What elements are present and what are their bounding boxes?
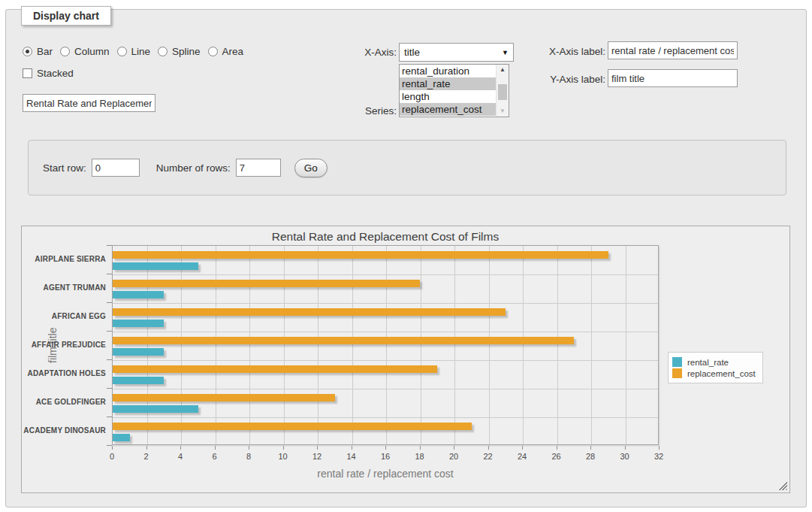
bar-rental_rate <box>113 320 164 327</box>
resize-handle-icon[interactable] <box>778 481 787 490</box>
x-tick-mark <box>454 446 454 450</box>
x-tick-mark <box>317 446 318 450</box>
y-axis-label-field-label: Y-Axis label: <box>526 74 605 85</box>
x-axis-label: X-Axis: <box>329 47 397 58</box>
scroll-down-icon[interactable]: ▼ <box>497 106 509 117</box>
x-tick-mark <box>215 446 216 450</box>
chart-type-radio-column[interactable]: Column <box>60 46 110 57</box>
grid-line <box>113 417 658 418</box>
series-option-rental_rate[interactable]: rental_rate <box>400 77 496 90</box>
scroll-up-icon[interactable]: ▲ <box>497 65 509 75</box>
bar-rental_rate <box>113 434 130 441</box>
bar-replacement_cost <box>113 308 506 316</box>
radio-icon[interactable] <box>158 47 168 56</box>
y-tick-mark <box>107 302 112 303</box>
grid-line <box>113 332 658 332</box>
x-axis-label-field-label: X-Axis label: <box>526 46 605 57</box>
stacked-row: Stacked <box>23 67 74 79</box>
grid-line <box>113 360 658 361</box>
category-label: AIRPLANE SIERRA <box>22 245 106 274</box>
x-tick-label: 6 <box>202 452 228 461</box>
grid-line <box>386 246 387 444</box>
radio-label: Line <box>131 46 151 57</box>
legend-item-replacement_cost: replacement_cost <box>672 368 756 378</box>
bar-replacement_cost <box>113 394 335 401</box>
grid-line <box>216 246 216 444</box>
grid-line <box>249 246 250 444</box>
fieldset-legend: Display chart <box>21 6 111 26</box>
grid-line <box>626 246 626 444</box>
radio-label: Spline <box>172 46 201 57</box>
category-label: ACADEMY DINOSAUR <box>22 417 106 445</box>
grid-line <box>113 389 658 389</box>
x-tick-mark <box>488 446 489 450</box>
category-label: AGENT TRUMAN <box>22 274 106 302</box>
x-axis-selected-value: title <box>404 47 420 58</box>
chart-type-radio-area[interactable]: Area <box>208 46 244 57</box>
radio-label: Area <box>222 46 244 57</box>
bar-replacement_cost <box>113 337 574 344</box>
legend-swatch <box>672 368 682 378</box>
series-scrollbar[interactable]: ▲ ▼ <box>496 65 509 117</box>
x-axis-select[interactable]: title ▼ <box>399 43 514 62</box>
radio-icon[interactable] <box>117 47 127 56</box>
x-tick-label: 8 <box>236 452 261 461</box>
legend-label: rental_rate <box>687 358 729 367</box>
chart-title: Rental Rate and Replacement Cost of Film… <box>112 230 659 244</box>
x-tick-label: 22 <box>475 452 501 461</box>
x-tick-label: 2 <box>134 452 159 461</box>
x-tick-label: 4 <box>168 452 193 461</box>
x-tick-label: 28 <box>578 452 603 461</box>
x-tick-mark <box>625 446 626 450</box>
x-tick-mark <box>590 446 591 450</box>
y-tick-mark <box>107 274 112 274</box>
radio-icon[interactable] <box>208 47 218 56</box>
x-tick-label: 10 <box>270 452 296 461</box>
start-row-input[interactable] <box>92 159 140 177</box>
y-tick-mark <box>107 388 112 389</box>
x-tick-label: 12 <box>304 452 330 461</box>
y-axis-label-input[interactable] <box>608 69 738 87</box>
bar-rental_rate <box>113 348 164 356</box>
radio-icon[interactable] <box>60 47 70 56</box>
x-tick-mark <box>420 446 421 450</box>
legend-item-rental_rate: rental_rate <box>672 357 756 367</box>
series-option-rental_duration[interactable]: rental_duration <box>400 65 496 77</box>
stacked-checkbox[interactable] <box>23 68 32 78</box>
x-tick-label: 26 <box>544 452 569 461</box>
bar-replacement_cost <box>113 365 437 373</box>
num-rows-label: Number of rows: <box>156 162 231 174</box>
grid-line <box>421 246 421 444</box>
legend-swatch <box>672 357 682 367</box>
stacked-label: Stacked <box>37 68 74 79</box>
go-button[interactable]: Go <box>294 159 328 177</box>
num-rows-input[interactable] <box>236 159 281 177</box>
series-option-replacement_cost[interactable]: replacement_cost <box>400 103 496 116</box>
grid-line <box>489 246 490 444</box>
x-tick-label: 32 <box>646 452 672 461</box>
series-option-length[interactable]: length <box>400 90 496 103</box>
chart-type-radio-bar[interactable]: Bar <box>23 46 53 57</box>
chart-legend: rental_ratereplacement_cost <box>668 352 763 383</box>
x-tick-label: 14 <box>339 452 364 461</box>
x-tick-mark <box>522 446 523 450</box>
grid-line <box>181 246 182 444</box>
x-axis-title: rental rate / replacement cost <box>112 468 659 480</box>
grid-line <box>147 246 148 444</box>
legend-label: replacement_cost <box>687 369 756 378</box>
category-label: AFFAIR PREJUDICE <box>22 331 106 359</box>
chevron-down-icon: ▼ <box>502 49 509 56</box>
radio-label: Bar <box>37 46 53 57</box>
chart-type-radio-spline[interactable]: Spline <box>158 46 201 57</box>
grid-line <box>591 246 592 444</box>
radio-icon[interactable] <box>23 47 32 56</box>
chart-type-radio-line[interactable]: Line <box>117 46 151 57</box>
x-axis-label-input[interactable] <box>608 41 738 59</box>
x-tick-mark <box>180 446 181 450</box>
chart-title-input[interactable] <box>23 94 155 112</box>
scrollbar-thumb[interactable] <box>498 84 507 100</box>
series-multiselect[interactable]: rental_durationrental_ratelengthreplacem… <box>399 64 509 117</box>
grid-line <box>352 246 353 444</box>
series-label: Series: <box>329 105 397 117</box>
radio-label: Column <box>74 46 110 57</box>
